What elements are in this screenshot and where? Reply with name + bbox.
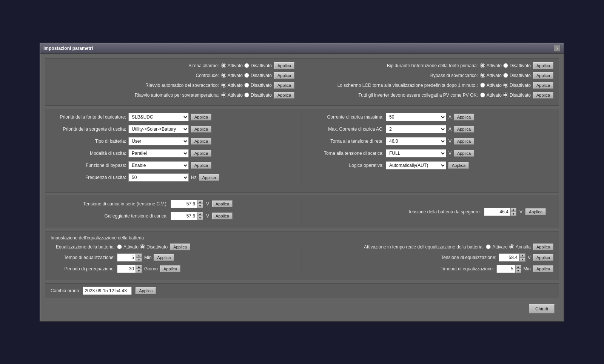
galleggiante-up[interactable]: ▲ — [197, 212, 203, 216]
tempo-eq-up[interactable]: ▲ — [136, 253, 142, 258]
frequenza-uscita-apply-button[interactable]: Applica — [199, 174, 219, 181]
pvok-radio-group: Attivato Disattivato — [480, 93, 531, 98]
tensione-scarica-row: Torna alla tensione di scarica: FULL50%7… — [308, 149, 553, 157]
priorita-sorgente-select[interactable]: Utility->Solar->Battery Solar->Utility->… — [128, 125, 189, 133]
pvok-attivato-radio[interactable] — [480, 93, 485, 97]
eq-right-top: Attivazione in tempo reale dell'equalizz… — [302, 244, 553, 276]
pvok-disattivato-radio[interactable] — [503, 93, 508, 97]
galleggiante-down[interactable]: ▼ — [197, 216, 203, 220]
equalize-top-row: Equalizzazione della batteria: Attivato … — [51, 244, 553, 276]
tensione-carica-serie-input[interactable] — [171, 200, 197, 208]
tensione-carica-serie-row: Tensione di carica in serie (tensione C.… — [51, 200, 296, 208]
controluce-radio-group: Attivato Disattivato — [221, 73, 272, 78]
lcd-disattivato-radio[interactable] — [503, 83, 508, 88]
tensione-spegnere-up[interactable]: ▲ — [510, 208, 516, 212]
galleggiante-apply-button[interactable]: Applica — [212, 213, 233, 219]
tempo-eq-apply-button[interactable]: Applica — [154, 254, 174, 261]
tensione-spegnere-input[interactable] — [484, 208, 510, 216]
title-bar: Impostazioni parametri × — [40, 43, 564, 54]
bypass-apply-button[interactable]: Applica — [533, 72, 553, 79]
footer: Chiudi — [45, 301, 559, 316]
corrente-carica-apply-button[interactable]: Applica — [454, 114, 474, 120]
logica-operativa-select[interactable]: Automatically(AUT)Manual — [386, 161, 446, 170]
tensione-eq-up[interactable]: ▲ — [519, 253, 525, 258]
timeout-eq-up[interactable]: ▲ — [515, 265, 521, 269]
galleggiante-label: Galleggiante tensione di carica: — [51, 213, 168, 219]
timeout-eq-input[interactable] — [496, 265, 515, 273]
bypass-attivato-radio[interactable] — [480, 73, 485, 78]
tempo-eq-down[interactable]: ▼ — [136, 258, 142, 262]
eq-batteria-apply-button[interactable]: Applica — [170, 244, 190, 250]
tempo-eq-input[interactable] — [117, 253, 136, 262]
galleggiante-arrows: ▲ ▼ — [197, 212, 203, 220]
bip-apply-button[interactable]: Applica — [533, 62, 553, 69]
timeout-eq-arrows: ▲ ▼ — [515, 265, 521, 273]
tensione-scarica-apply-button[interactable]: Applica — [454, 150, 474, 157]
cambia-orario-apply-button[interactable]: Applica — [136, 287, 156, 294]
controluce-attivato-radio[interactable] — [221, 73, 226, 78]
riavvio-sovraccarico-disattivato-radio[interactable] — [244, 83, 249, 88]
riavvio-sovratemperatura-attivato-radio[interactable] — [221, 93, 226, 97]
pvok-apply-button[interactable]: Applica — [533, 92, 553, 99]
sirena-attivato-radio[interactable] — [221, 63, 226, 68]
attivare-radio[interactable] — [486, 244, 491, 249]
tensione-carica-serie-down[interactable]: ▼ — [197, 204, 203, 208]
tensione-spegnere-apply-button[interactable]: Applica — [525, 208, 546, 215]
galleggiante-input[interactable] — [171, 212, 197, 220]
corrente-carica-select[interactable]: 102030405060 — [386, 113, 446, 121]
chiudi-button[interactable]: Chiudi — [529, 304, 555, 313]
max-corrente-ac-apply-button[interactable]: Applica — [454, 126, 474, 133]
funzione-bypass-select[interactable]: Enable Disable — [128, 161, 189, 170]
bip-disattivato-radio[interactable] — [503, 63, 508, 68]
tensione-carica-serie-up[interactable]: ▲ — [197, 200, 203, 204]
logica-operativa-apply-button[interactable]: Applica — [448, 162, 469, 169]
sirena-apply-button[interactable]: Applica — [274, 62, 294, 69]
tensione-rete-select[interactable]: 44.045.046.047.048.0 — [386, 137, 446, 145]
close-button[interactable]: × — [554, 45, 561, 52]
cambia-orario-input[interactable] — [83, 287, 132, 295]
tipo-batteria-apply-button[interactable]: Applica — [191, 138, 211, 145]
tensione-rete-apply-button[interactable]: Applica — [454, 138, 474, 145]
tensione-rete-unit: V — [448, 139, 451, 144]
controluce-apply-button[interactable]: Applica — [274, 72, 294, 79]
tipo-batteria-select[interactable]: User AGM Flooded Lithium — [128, 137, 189, 145]
tensione-scarica-select[interactable]: FULL50%75% — [386, 149, 446, 157]
modalita-uscita-select[interactable]: Parallel Single 3-Phase — [128, 149, 189, 157]
lcd-attivato-radio[interactable] — [480, 83, 485, 88]
bypass-disattivato-radio[interactable] — [503, 73, 508, 78]
riavvio-sovratemperatura-disattivato-radio[interactable] — [244, 93, 249, 97]
tensione-eq-down[interactable]: ▼ — [519, 258, 525, 262]
tensione-eq-apply-button[interactable]: Applica — [533, 254, 553, 261]
periodo-apply-button[interactable]: Applica — [160, 265, 180, 272]
timeout-eq-down[interactable]: ▼ — [515, 269, 521, 273]
priorita-fonte-apply-button[interactable]: Applica — [191, 114, 211, 120]
periodo-up[interactable]: ▲ — [136, 265, 142, 269]
frequenza-uscita-select[interactable]: 50 60 — [128, 173, 189, 182]
controluce-disattivato-radio[interactable] — [244, 73, 249, 78]
tempo-eq-arrows: ▲ ▼ — [136, 253, 142, 262]
eq-disattivato-radio[interactable] — [140, 244, 145, 249]
timeout-eq-apply-button[interactable]: Applica — [533, 265, 553, 272]
modalita-uscita-apply-button[interactable]: Applica — [191, 150, 211, 157]
eq-disattivato-label: Disattivato — [146, 244, 168, 250]
riavvio-sovraccarico-apply-button[interactable]: Applica — [274, 82, 294, 89]
attivazione-realtime-apply-button[interactable]: Applica — [533, 244, 553, 250]
priorita-sorgente-apply-button[interactable]: Applica — [191, 126, 211, 133]
tensione-eq-input[interactable] — [499, 253, 519, 262]
tempo-equalizzazione-row: Tempo di equalizzazione: ▲ ▼ Min Applica — [51, 253, 296, 262]
riavvio-sovraccarico-attivato-radio[interactable] — [221, 83, 226, 88]
periodo-input[interactable] — [117, 265, 136, 273]
priorita-fonte-select[interactable]: SLB&UDC SLB UDC — [128, 113, 189, 121]
tensione-spegnere-down[interactable]: ▼ — [510, 212, 516, 216]
funzione-bypass-apply-button[interactable]: Applica — [191, 162, 211, 169]
sirena-disattivato-radio[interactable] — [244, 63, 249, 68]
tensione-carica-serie-apply-button[interactable]: Applica — [212, 201, 233, 207]
riavvio-sovratemperatura-apply-button[interactable]: Applica — [274, 92, 294, 99]
lcd-apply-button[interactable]: Applica — [533, 82, 553, 89]
eq-attivato-radio[interactable] — [117, 244, 122, 249]
annulla-radio[interactable] — [509, 244, 514, 249]
bip-attivato-radio[interactable] — [480, 63, 485, 68]
max-corrente-ac-select[interactable]: 25101520 — [386, 125, 446, 133]
riavvio-sovraccarico-attivato-label: Attivato — [228, 83, 243, 88]
periodo-down[interactable]: ▼ — [136, 269, 142, 273]
